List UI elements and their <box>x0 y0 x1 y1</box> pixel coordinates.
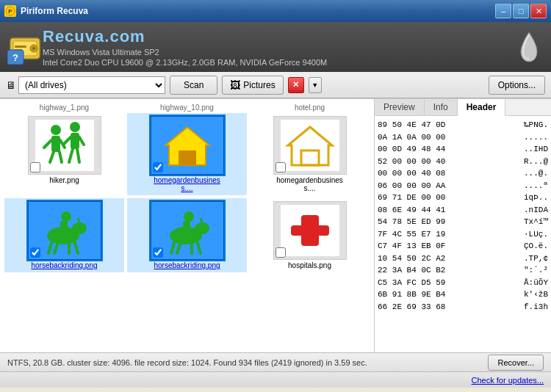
file-label-home1: homegardenbusiness.... <box>151 176 224 192</box>
pictures-icon: 🖼 <box>230 79 240 91</box>
status-bar: NTFS, 20.8 GB. cluster size: 4096. file … <box>0 352 551 371</box>
drive-icon: 🖥 <box>6 79 16 91</box>
file-grid[interactable]: highway_1.png highway_10.png hotel.png <box>0 99 375 352</box>
svg-point-17 <box>70 122 80 132</box>
hex-row: 52 00 00 00 40R...@ <box>378 156 548 168</box>
file-label-home2: homegardenbusiness.... <box>273 176 347 192</box>
titlebar-controls: – □ ✕ <box>495 4 547 18</box>
svg-point-5 <box>32 47 35 50</box>
top-file-1: highway_1.png <box>4 104 124 112</box>
hdd-icon: ? <box>7 29 43 65</box>
svg-text:?: ? <box>12 52 18 63</box>
svg-point-30 <box>61 211 71 222</box>
file-label-horse2: horsebackriding.png <box>154 261 220 269</box>
titlebar: P Piriform Recuva – □ ✕ <box>0 0 551 22</box>
svg-rect-12 <box>51 136 60 152</box>
drive-select-wrap: 🖥 (All drives) <box>6 76 165 94</box>
tab-info[interactable]: Info <box>425 99 458 115</box>
svg-line-43 <box>201 218 202 222</box>
right-panel: Preview Info Header 89 50 4E 47 0D‰PNG. … <box>375 99 551 352</box>
svg-rect-25 <box>179 150 196 165</box>
file-item-horse1[interactable]: horsebackriding.png <box>4 198 124 272</box>
file-item-home2[interactable]: homegardenbusiness.... <box>250 113 370 195</box>
svg-rect-48 <box>183 221 190 233</box>
hex-row: C5 3A FC D5 59Å:üÕY <box>378 277 548 289</box>
recover-button[interactable]: Recover... <box>488 355 544 371</box>
tab-preview[interactable]: Preview <box>375 99 425 115</box>
hex-row: 0A 1A 0A 00 00..... <box>378 131 548 144</box>
file-checkbox-horse2[interactable] <box>153 247 163 258</box>
app-title-recuva: Recuva <box>43 27 104 46</box>
svg-rect-51 <box>291 225 329 236</box>
options-button[interactable]: Options... <box>489 76 545 95</box>
droplet-icon <box>519 31 539 63</box>
app-title-suffix: .com <box>104 27 145 46</box>
hex-row: 08 6E 49 44 41.nIDA <box>378 204 548 217</box>
file-label-hospitals: hospitals.png <box>288 261 331 269</box>
hex-row: 6B 91 8B 9E B4k'‹žB <box>378 288 548 301</box>
file-thumb-horse2 <box>151 201 224 260</box>
file-label-horse1: horsebackriding.png <box>31 261 97 269</box>
svg-point-42 <box>195 222 209 234</box>
header-area: ? Recuva.com MS Windows Vista Ultimate S… <box>0 22 551 72</box>
system-line1: MS Windows Vista Ultimate SP2 <box>43 48 327 57</box>
hex-row: 89 50 4E 47 0D‰PNG. <box>378 119 548 131</box>
top-file-3: hotel.png <box>250 104 370 112</box>
file-thumb-hospitals <box>273 201 347 260</box>
file-thumb-home1 <box>151 116 224 175</box>
close-button[interactable]: ✕ <box>530 4 547 18</box>
file-item-horse2[interactable]: horsebackriding.png <box>127 198 247 272</box>
bottom-bar: Check for updates... <box>0 371 551 388</box>
file-thumb-home2 <box>273 116 347 175</box>
main-content: highway_1.png highway_10.png hotel.png <box>0 98 551 352</box>
hex-panel: 89 50 4E 47 0D‰PNG. 0A 1A 0A 00 00..... … <box>375 116 551 352</box>
svg-point-11 <box>51 125 61 135</box>
check-updates-link[interactable]: Check for updates... <box>472 376 544 385</box>
hex-row: 00 0D 49 48 44..IHD <box>378 143 548 156</box>
system-line2: Intel Core2 Duo CPU L9600 @ 2.13GHz, 2.0… <box>43 58 327 67</box>
svg-rect-18 <box>71 133 79 149</box>
hex-row: 54 78 5E ED 99Tx^í™ <box>378 216 548 228</box>
tab-header[interactable]: Header <box>458 99 506 116</box>
svg-rect-6 <box>15 46 26 48</box>
titlebar-title: Piriform Recuva <box>21 6 88 16</box>
file-grid-inner: hiker.png homegardenbusiness.... <box>3 112 371 274</box>
file-item-hiker[interactable]: hiker.png <box>4 113 124 195</box>
filter-dropdown-button[interactable]: ▼ <box>309 77 322 93</box>
drive-select[interactable]: (All drives) <box>18 76 165 94</box>
header-text: Recuva.com MS Windows Vista Ultimate SP2… <box>43 27 327 67</box>
file-checkbox-hospitals[interactable] <box>276 247 286 258</box>
svg-line-33 <box>78 218 79 222</box>
pictures-button[interactable]: 🖼 Pictures <box>222 76 283 95</box>
titlebar-left: P Piriform Recuva <box>4 5 88 17</box>
svg-point-32 <box>72 222 87 234</box>
clear-filter-button[interactable]: ✕ <box>288 77 304 93</box>
status-text: NTFS, 20.8 GB. cluster size: 4096. file … <box>7 358 367 367</box>
hex-row: C7 4F 13 EB 0FÇO.ë. <box>378 240 548 253</box>
file-checkbox-hiker[interactable] <box>30 162 40 173</box>
file-checkbox-home1[interactable] <box>153 162 163 173</box>
hex-row: 66 2E 69 33 68f.i3h <box>378 301 548 313</box>
file-checkbox-home2[interactable] <box>276 162 286 173</box>
hex-row: 06 00 00 00 AA....ª <box>378 180 548 192</box>
pictures-label: Pictures <box>243 80 275 90</box>
file-checkbox-horse1[interactable] <box>30 247 40 258</box>
app-icon: P <box>4 5 16 17</box>
hex-row: 10 54 50 2C A2.TP,¢ <box>378 253 548 265</box>
file-item-hospitals[interactable]: hospitals.png <box>250 198 370 272</box>
svg-text:P: P <box>8 8 12 15</box>
file-label-hiker: hiker.png <box>49 176 79 184</box>
file-item-home1[interactable]: homegardenbusiness.... <box>127 113 247 195</box>
scan-button[interactable]: Scan <box>170 76 217 95</box>
svg-rect-38 <box>60 221 68 233</box>
top-file-2: highway_10.png <box>127 104 247 112</box>
hex-row: 7F 4C 55 E7 19∙LUç. <box>378 228 548 241</box>
hex-row: 22 3A B4 0C B2":´.² <box>378 264 548 277</box>
toolbar: 🖥 (All drives) Scan 🖼 Pictures ✕ ▼ Optio… <box>0 72 551 98</box>
app-title: Recuva.com <box>43 27 327 46</box>
file-thumb-hiker <box>28 116 101 175</box>
hex-row: 69 71 DE 00 00iqÞ.. <box>378 192 548 204</box>
file-thumb-horse1 <box>28 201 101 260</box>
minimize-button[interactable]: – <box>495 4 511 18</box>
maximize-button[interactable]: □ <box>513 4 529 18</box>
